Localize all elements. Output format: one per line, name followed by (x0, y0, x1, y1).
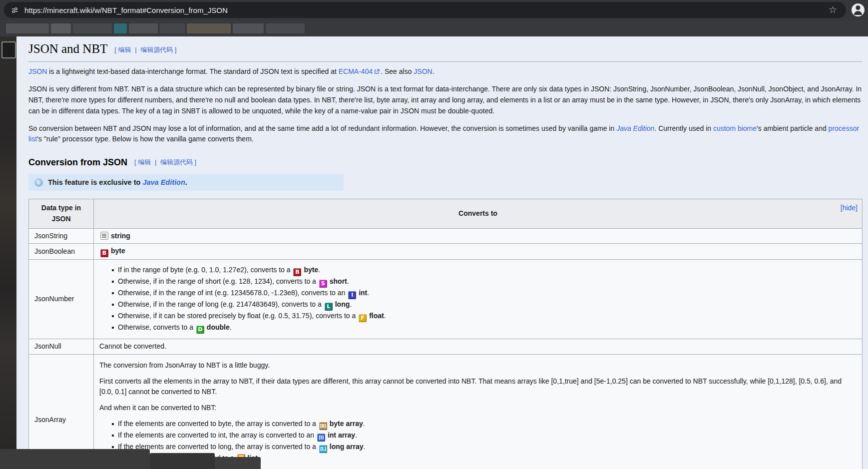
nbt-string-icon (100, 232, 108, 240)
header-converts-to: Converts to [hide] (94, 199, 863, 228)
paragraph-2: JSON is very different from NBT. NBT is … (28, 84, 863, 116)
nbt-double-icon: D (196, 326, 204, 334)
page-section-title: JSON and NBT[ 编辑 | 编辑源代码 ] (28, 39, 863, 62)
table-header-row: Data type in JSON Converts to [hide] (29, 199, 863, 228)
hide-toggle[interactable]: [hide] (841, 203, 858, 214)
nbt-float-icon: F (359, 314, 367, 322)
json-array-converts: The conversion from JsonArray to NBT is … (94, 354, 863, 469)
table-row: JsonArray The conversion from JsonArray … (29, 354, 863, 469)
list-item: Otherwise, if in the range of short (e.g… (112, 276, 857, 288)
list-item: Otherwise, if in the range of int (e.g. … (112, 288, 857, 299)
json-null-cell: JsonNull (29, 339, 94, 355)
edit-source-link[interactable]: 编辑源代码 (160, 158, 193, 166)
nbt-byte-icon: B (100, 249, 108, 257)
json-string-converts: string (94, 228, 863, 244)
java-edition-link[interactable]: Java Edition (142, 178, 185, 186)
number-rules-list: If in the range of byte (e.g. 0, 1.0, 1.… (99, 265, 857, 334)
edit-link[interactable]: 编辑 (138, 158, 151, 166)
left-panel-thumbnail[interactable] (1, 41, 16, 58)
table-row: JsonString string (29, 228, 863, 244)
list-item: Otherwise, if it can be stored precisely… (112, 311, 857, 322)
blurred-bookmark[interactable] (51, 23, 71, 33)
list-item: Otherwise, converts to a Ddouble. (112, 322, 857, 334)
blurred-bookmark[interactable] (114, 23, 127, 33)
array-paragraph: The conversion from JsonArray to NBT is … (99, 360, 857, 371)
edit-section: [ 编辑 | 编辑源代码 ] (134, 158, 196, 166)
custom-biome-link[interactable]: custom biome (713, 124, 757, 132)
browser-toolbar: https://minecraft.wiki/w/NBT_format#Conv… (0, 0, 868, 20)
nbt-long-icon: L (325, 303, 333, 311)
edit-source-link[interactable]: 编辑源代码 (140, 46, 173, 53)
nbt-byte-array-icon: [B] (319, 422, 327, 430)
blurred-bookmark[interactable] (129, 23, 158, 33)
blurred-bookmark[interactable] (73, 23, 112, 33)
nbt-long-array-icon: [L] (319, 445, 327, 453)
json-link[interactable]: JSON (28, 67, 47, 75)
table-row: JsonNumber If in the range of byte (e.g.… (29, 260, 863, 339)
nbt-int-icon: I (348, 291, 356, 299)
blurred-region (150, 453, 215, 469)
blurred-bookmark[interactable] (266, 23, 305, 33)
subsection-title-text: Conversion from JSON (28, 157, 127, 167)
json-link[interactable]: JSON (414, 67, 432, 75)
blurred-bookmark[interactable] (6, 23, 49, 33)
blurred-region (0, 449, 150, 469)
array-paragraph: And when it can be converted to NBT: (99, 403, 857, 414)
site-settings-icon[interactable] (11, 6, 18, 14)
list-item: Otherwise, if in the range of long (e.g.… (112, 299, 857, 311)
nbt-short-icon: S (319, 280, 327, 288)
edit-link[interactable]: 编辑 (118, 46, 131, 53)
json-boolean-cell: JsonBoolean (29, 244, 94, 260)
list-item: If the elements are converted to long, t… (112, 442, 857, 453)
array-paragraph: First converts all the elements in the a… (99, 376, 857, 398)
url-text[interactable]: https://minecraft.wiki/w/NBT_format#Conv… (24, 6, 228, 14)
section-title-text: JSON and NBT (28, 42, 107, 55)
wiki-content: JSON and NBT[ 编辑 | 编辑源代码 ] JSON is a lig… (16, 36, 868, 469)
bookmark-star-icon[interactable] (829, 4, 837, 16)
nbt-byte-icon: B (293, 268, 301, 276)
json-null-converts: Cannot be converted. (94, 339, 863, 355)
list-item: If the elements are converted to int, th… (112, 430, 857, 442)
external-link-icon (374, 68, 380, 76)
header-data-type: Data type in JSON (29, 199, 94, 228)
json-number-cell: JsonNumber (29, 260, 94, 339)
json-string-cell: JsonString (29, 228, 94, 244)
ecma-404-link[interactable]: ECMA-404 (339, 67, 373, 75)
list-item: If the elements are converted to byte, t… (112, 419, 857, 430)
blurred-bookmark[interactable] (187, 23, 231, 33)
info-icon: i (34, 178, 43, 187)
java-edition-link[interactable]: Java Edition (616, 124, 654, 132)
list-item: If in the range of byte (e.g. 0, 1.0, 1.… (112, 265, 857, 276)
browser-window: https://minecraft.wiki/w/NBT_format#Conv… (0, 0, 868, 469)
table-row: JsonBoolean Bbyte (29, 244, 863, 260)
profile-avatar-icon[interactable] (852, 3, 865, 16)
blurred-region (215, 457, 261, 469)
address-bar[interactable]: https://minecraft.wiki/w/NBT_format#Conv… (4, 2, 846, 18)
blurred-bookmark[interactable] (160, 23, 185, 33)
paragraph-1: JSON is a lightweight text-based data-in… (28, 66, 863, 78)
table-row: JsonNull Cannot be converted. (29, 339, 863, 355)
subsection-title: Conversion from JSON[ 编辑 | 编辑源代码 ] (28, 156, 863, 170)
conversion-table: Data type in JSON Converts to [hide] Jso… (28, 199, 863, 469)
json-boolean-converts: Bbyte (94, 244, 863, 260)
java-edition-notice: i This feature is exclusive to Java Edit… (28, 174, 344, 191)
nbt-int-array-icon: [I] (317, 434, 325, 442)
paragraph-3: So conversion between NBT and JSON may l… (28, 123, 863, 145)
bookmarks-bar (0, 20, 868, 36)
blurred-bookmark[interactable] (233, 23, 264, 33)
edit-section: [ 编辑 | 编辑源代码 ] (114, 46, 176, 53)
left-panel (0, 36, 16, 469)
json-number-converts: If in the range of byte (e.g. 0, 1.0, 1.… (94, 260, 863, 339)
notice-text: This feature is exclusive to Java Editio… (48, 177, 187, 188)
